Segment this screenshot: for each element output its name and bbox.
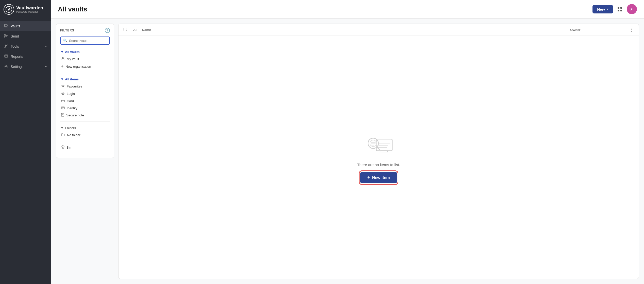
sidebar-item-label-vaults: Vaults — [11, 24, 20, 28]
filter-login[interactable]: Login — [60, 90, 110, 97]
svg-rect-16 — [61, 100, 64, 102]
filter-favourites[interactable]: Favourites — [60, 83, 110, 90]
new-button[interactable]: New ▾ — [592, 5, 613, 13]
send-icon — [4, 34, 8, 39]
identity-icon — [61, 106, 65, 110]
sidebar-item-tools[interactable]: Tools ▾ — [0, 41, 51, 51]
top-header: All vaults New ▾ ST — [51, 0, 644, 19]
search-input[interactable] — [69, 39, 112, 43]
login-label: Login — [67, 92, 75, 96]
filter-all-items[interactable]: ▾ All items — [60, 76, 110, 83]
vault-list-header: All Name Owner ⋮ — [118, 24, 639, 36]
column-name: Name — [142, 28, 151, 32]
bin-icon — [61, 145, 64, 150]
card-icon — [61, 99, 65, 103]
filters-title: FILTERS — [60, 29, 74, 32]
main-content: All vaults New ▾ ST FILTERS ? — [51, 0, 644, 284]
search-icon: 🔍 — [63, 39, 67, 43]
filter-secure-note[interactable]: Secure note — [60, 112, 110, 119]
tools-chevron-icon: ▾ — [45, 45, 47, 48]
page-title: All vaults — [58, 5, 592, 13]
content-area: FILTERS ? 🔍 ▾ All vaults My vault — [51, 19, 644, 284]
filter-folders[interactable]: ▾ Folders — [60, 124, 110, 131]
filter-no-folder[interactable]: No folder — [60, 131, 110, 138]
no-folder-label: No folder — [67, 133, 80, 137]
sidebar-item-vaults[interactable]: Vaults — [0, 21, 51, 31]
sidebar-nav: Vaults Send Tools ▾ Reports Settings — [0, 19, 51, 284]
grid-view-button[interactable] — [616, 5, 624, 13]
filter-card[interactable]: Card — [60, 97, 110, 104]
new-button-chevron-icon: ▾ — [607, 8, 608, 11]
filter-bin[interactable]: Bin — [60, 144, 110, 151]
reports-icon — [4, 54, 8, 59]
select-all-checkbox[interactable] — [124, 28, 132, 32]
settings-icon — [4, 64, 8, 69]
new-org-icon: + — [61, 64, 63, 69]
folders-label: Folders — [65, 126, 76, 130]
folders-section: ▾ Folders No folder — [60, 124, 110, 138]
sidebar-item-settings[interactable]: Settings ▾ — [0, 62, 51, 72]
sidebar-item-label-send: Send — [11, 34, 19, 38]
sidebar: V Vaultwarden Password Manager Vaults Se… — [0, 0, 51, 284]
filter-all-vaults[interactable]: ▾ All vaults — [60, 48, 110, 55]
app-logo: V Vaultwarden Password Manager — [0, 0, 51, 19]
vault-list-body: There are no items to list. + New item — [118, 36, 639, 279]
svg-rect-11 — [618, 10, 619, 11]
svg-point-13 — [62, 58, 64, 59]
items-section: ▾ All items Favourites Login — [60, 76, 110, 119]
svg-rect-3 — [5, 25, 7, 26]
filter-identity[interactable]: Identity — [60, 104, 110, 112]
divider-3 — [60, 141, 110, 141]
app-subtitle: Password Manager — [16, 10, 43, 13]
secure-note-icon — [61, 113, 64, 117]
all-items-chevron-icon: ▾ — [61, 77, 63, 81]
svg-point-14 — [62, 92, 64, 95]
filters-header: FILTERS ? — [60, 28, 110, 33]
new-item-plus-icon: + — [367, 175, 370, 180]
all-vaults-label: All vaults — [65, 50, 80, 54]
logo-icon: V — [4, 4, 14, 15]
secure-note-label: Secure note — [66, 113, 84, 117]
card-label: Card — [67, 99, 74, 103]
sidebar-item-label-reports: Reports — [11, 55, 23, 59]
sidebar-item-reports[interactable]: Reports — [0, 51, 51, 62]
filter-my-vault[interactable]: My vault — [60, 55, 110, 63]
all-vaults-chevron-icon: ▾ — [61, 50, 63, 54]
svg-rect-10 — [620, 7, 622, 9]
sidebar-item-label-settings: Settings — [11, 65, 24, 69]
login-icon — [61, 92, 65, 96]
more-options-icon[interactable]: ⋮ — [629, 27, 634, 32]
sidebar-item-label-tools: Tools — [11, 44, 19, 48]
no-folder-icon — [61, 133, 65, 137]
app-name: Vaultwarden — [16, 6, 43, 11]
column-owner: Owner — [570, 28, 580, 32]
sidebar-item-send[interactable]: Send — [0, 31, 51, 41]
all-items-label: All items — [65, 77, 79, 81]
vault-list: All Name Owner ⋮ — [118, 24, 639, 279]
bin-label: Bin — [66, 146, 71, 149]
bin-section: Bin — [60, 144, 110, 151]
avatar[interactable]: ST — [627, 4, 637, 14]
filter-new-org[interactable]: + New organisation — [60, 63, 110, 70]
settings-chevron-icon: ▾ — [45, 65, 47, 68]
empty-state-message: There are no items to list. — [357, 163, 400, 167]
tools-icon — [4, 44, 8, 49]
new-item-button[interactable]: + New item — [360, 172, 397, 183]
empty-illustration — [363, 131, 394, 157]
vault-section: ▾ All vaults My vault + New organisation — [60, 48, 110, 70]
favourites-icon — [61, 84, 65, 88]
svg-point-8 — [6, 66, 7, 67]
header-actions: New ▾ ST — [592, 4, 637, 14]
folders-chevron-icon: ▾ — [61, 126, 63, 130]
filters-help-icon[interactable]: ? — [105, 28, 110, 33]
divider-1 — [60, 73, 110, 73]
favourites-label: Favourites — [67, 84, 82, 88]
identity-label: Identity — [67, 106, 77, 110]
new-button-label: New — [597, 7, 605, 11]
filters-panel: FILTERS ? 🔍 ▾ All vaults My vault — [56, 24, 114, 158]
my-vault-label: My vault — [67, 57, 79, 61]
svg-rect-12 — [620, 10, 622, 11]
svg-rect-9 — [618, 7, 619, 9]
divider-2 — [60, 121, 110, 122]
all-label: All — [133, 28, 138, 32]
